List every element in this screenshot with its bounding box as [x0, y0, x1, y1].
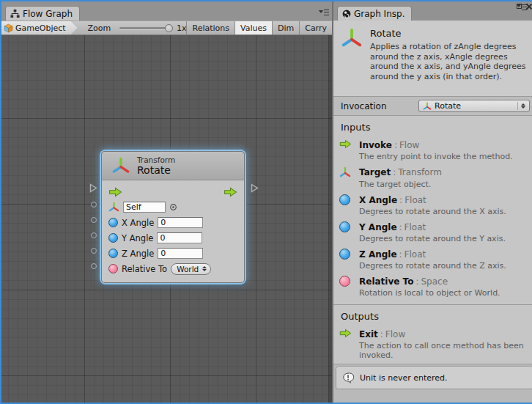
canvas-scrollbar[interactable]: [328, 35, 332, 403]
input-item-y-angle: Y Angle:Float Degrees to rotate around t…: [339, 221, 530, 243]
z-angle-ext-port[interactable]: [91, 248, 97, 254]
values-button[interactable]: Values: [234, 21, 272, 34]
output-item-exit: Exit:Flow The action to call once method…: [339, 328, 530, 360]
dim-button-label: Dim: [278, 23, 294, 33]
item-type: Flow: [399, 140, 419, 150]
inspector-header: Rotate Applies a rotation of zAngle degr…: [333, 21, 532, 97]
input-item-invoke: Invoke:Flow The entry point to invoke th…: [339, 139, 530, 161]
z-angle-port-icon[interactable]: [108, 249, 118, 258]
window-controls: [517, 3, 532, 19]
invocation-label: Invocation: [341, 101, 418, 111]
rotate-node[interactable]: Transform Rotate: [101, 151, 245, 283]
item-name: Z Angle: [359, 249, 397, 260]
z-angle-label: Z Angle: [122, 249, 154, 259]
input-item-relative-to: Relative To:Space Rotation is local to o…: [339, 276, 530, 298]
node-z-angle-row: Z Angle: [108, 246, 237, 261]
item-description: The target object.: [359, 180, 529, 189]
tab-flow-graph[interactable]: Flow Graph: [5, 6, 80, 21]
target-ext-port[interactable]: [91, 202, 97, 207]
node-x-angle-row: X Angle: [108, 215, 237, 230]
inputs-title: Inputs: [341, 122, 530, 133]
tab-graph-inspector-label: Graph Insp.: [354, 9, 404, 19]
zoom-label: Zoom: [88, 23, 111, 33]
relative-to-dropdown[interactable]: World: [171, 263, 211, 275]
node-target-row: [108, 199, 237, 215]
target-input[interactable]: [123, 202, 166, 213]
node-flow-row: [108, 184, 237, 199]
breadcrumb-gameobject[interactable]: GameObject: [1, 21, 78, 34]
zoom-slider-handle[interactable]: [165, 24, 173, 32]
warning-bubble-icon: [342, 372, 354, 383]
flow-graph-panel-menu-icon[interactable]: [319, 8, 329, 17]
transform-icon: [339, 166, 351, 178]
item-type: Transform: [398, 167, 442, 177]
carry-button[interactable]: Carry: [299, 21, 332, 34]
rotate-node-header[interactable]: Transform Rotate: [101, 151, 245, 180]
x-angle-ext-port[interactable]: [91, 217, 97, 223]
item-name: X Angle: [359, 195, 397, 205]
values-button-label: Values: [240, 23, 267, 33]
invocation-row: Invocation Rotate: [333, 97, 532, 116]
item-type: Flow: [385, 329, 405, 339]
breadcrumb-label: GameObject: [15, 23, 66, 33]
inspector-description: Applies a rotation of zAngle degrees aro…: [370, 42, 530, 81]
node-titles: Transform Rotate: [137, 155, 175, 176]
invoke-flow-arrow-icon[interactable]: [108, 187, 122, 197]
object-picker-icon[interactable]: [169, 203, 177, 211]
warning-area: Unit is never entered.: [333, 364, 532, 403]
float-port-icon: [339, 221, 350, 232]
item-description: Rotation is local to object or World.: [359, 288, 529, 298]
y-angle-port-icon[interactable]: [108, 233, 118, 243]
warning-helpbox: Unit is never entered.: [336, 367, 532, 389]
invocation-transform-icon: [423, 102, 432, 111]
inspector-tabstrip: Graph Insp.: [333, 1, 532, 21]
item-separator: :: [415, 276, 418, 287]
invocation-dropdown[interactable]: Rotate: [418, 100, 530, 112]
exit-flow-arrow-icon[interactable]: [223, 187, 237, 197]
relative-to-label: Relative To: [122, 264, 167, 274]
target-transform-icon[interactable]: [108, 202, 119, 213]
rotate-node-body: X Angle Y Angle Z Angle: [101, 180, 245, 283]
flow-out-port-triangle[interactable]: [251, 183, 259, 193]
node-y-angle-row: Y Angle: [108, 230, 237, 246]
flow-graph-toolbar: GameObject Zoom 1x Relations Values Dim …: [1, 21, 332, 35]
item-type: Space: [421, 276, 448, 287]
relations-button[interactable]: Relations: [186, 21, 234, 34]
input-item-x-angle: X Angle:Float Degrees to rotate around t…: [339, 194, 530, 216]
x-angle-label: X Angle: [122, 218, 154, 228]
relative-to-ext-port[interactable]: [91, 263, 97, 269]
dropdown-arrows-icon: [202, 265, 207, 273]
node-relative-to-row: Relative To World: [108, 261, 237, 276]
y-angle-ext-port[interactable]: [91, 232, 97, 238]
inputs-section: Inputs Invoke:Flow The entry point to in…: [333, 116, 532, 305]
input-item-z-angle: Z Angle:Float Degrees to rotate around t…: [339, 249, 530, 271]
outputs-section: Outputs Exit:Flow The action to call onc…: [333, 305, 532, 364]
item-description: The action to call once method has been …: [359, 341, 529, 360]
inspector-panel-menu-icon[interactable]: [522, 10, 532, 19]
zoom-value: 1x: [177, 23, 187, 33]
item-name: Y Angle: [359, 222, 397, 232]
flow-in-port-triangle[interactable]: [89, 183, 97, 193]
relative-to-value: World: [177, 265, 199, 273]
tab-graph-inspector[interactable]: Graph Insp.: [337, 6, 412, 21]
item-separator: :: [380, 329, 383, 339]
carry-button-label: Carry: [305, 23, 327, 33]
float-port-icon: [339, 194, 350, 205]
z-angle-input[interactable]: [158, 248, 203, 259]
toolbar-button-group: Relations Values Dim Carry: [186, 21, 332, 34]
item-separator: :: [399, 222, 402, 232]
zoom-slider[interactable]: [119, 27, 169, 29]
dim-button[interactable]: Dim: [272, 21, 299, 34]
y-angle-input[interactable]: [157, 232, 202, 243]
relative-to-port-icon[interactable]: [108, 264, 118, 273]
float-port-icon: [339, 249, 350, 260]
item-name: Invoke: [359, 140, 392, 150]
warning-text: Unit is never entered.: [360, 373, 448, 383]
input-item-target: Target:Transform The target object.: [339, 166, 530, 189]
outputs-title: Outputs: [341, 311, 530, 322]
invocation-dropdown-arrows-icon: [517, 102, 525, 110]
x-angle-port-icon[interactable]: [108, 218, 118, 227]
flow-arrow-icon: [339, 139, 352, 149]
graph-canvas[interactable]: Transform Rotate: [1, 35, 332, 403]
x-angle-input[interactable]: [158, 217, 203, 228]
